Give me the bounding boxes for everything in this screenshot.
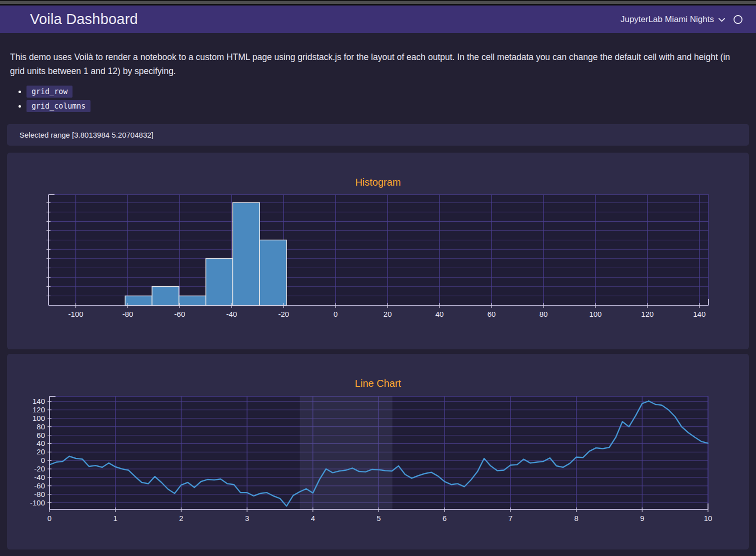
- svg-text:10: 10: [704, 514, 712, 522]
- theme-selector-label: JupyterLab Miami Nights: [620, 15, 714, 25]
- svg-text:-20: -20: [278, 310, 289, 318]
- svg-text:-100: -100: [30, 498, 45, 507]
- svg-text:7: 7: [508, 514, 512, 522]
- svg-text:-100: -100: [68, 310, 84, 318]
- histogram-figure[interactable]: -100-80-60-40-20020406080100120140: [7, 153, 749, 349]
- svg-text:-20: -20: [34, 464, 45, 473]
- svg-text:120: 120: [641, 310, 654, 318]
- svg-text:80: 80: [540, 310, 548, 318]
- svg-text:140: 140: [693, 310, 706, 318]
- histogram-bar[interactable]: [152, 287, 179, 305]
- histogram-bar[interactable]: [125, 296, 152, 305]
- selected-range-text: Selected range [3.8013984 5.20704832]: [20, 131, 154, 139]
- svg-text:1: 1: [114, 514, 118, 522]
- metadata-list: grid_row grid_columns: [26, 86, 749, 112]
- svg-text:-80: -80: [34, 490, 45, 498]
- linechart-panel: Line Chart 012345678910-100-80-60-40-200…: [7, 354, 749, 549]
- histogram-bar[interactable]: [232, 203, 260, 305]
- svg-text:20: 20: [36, 447, 45, 456]
- svg-text:80: 80: [36, 422, 45, 431]
- svg-text:0: 0: [334, 310, 338, 318]
- svg-text:-40: -40: [226, 310, 238, 318]
- svg-text:2: 2: [179, 514, 183, 522]
- svg-text:40: 40: [436, 310, 444, 318]
- header: Voila Dashboard JupyterLab Miami Nights: [0, 6, 756, 33]
- code-chip-grid-row: grid_row: [26, 86, 72, 98]
- chevron-down-icon: [718, 18, 725, 22]
- svg-text:4: 4: [311, 514, 315, 522]
- svg-text:100: 100: [589, 310, 602, 318]
- svg-text:120: 120: [32, 405, 45, 414]
- code-chip-grid-columns: grid_columns: [26, 100, 90, 112]
- theme-selector[interactable]: JupyterLab Miami Nights: [620, 15, 725, 25]
- linechart-figure[interactable]: 012345678910-100-80-60-40-20020406080100…: [7, 354, 749, 549]
- histogram-panel: Histogram -100-80-60-40-2002040608010012…: [7, 153, 749, 349]
- svg-text:60: 60: [36, 431, 45, 439]
- svg-text:8: 8: [574, 514, 578, 522]
- kernel-status-icon: [733, 15, 743, 25]
- histogram-bar[interactable]: [179, 296, 206, 305]
- selected-range-panel: Selected range [3.8013984 5.20704832]: [7, 124, 749, 146]
- svg-text:-40: -40: [34, 473, 45, 481]
- svg-text:0: 0: [48, 514, 52, 522]
- svg-text:0: 0: [41, 456, 45, 464]
- svg-text:-80: -80: [122, 310, 134, 318]
- svg-text:9: 9: [640, 514, 644, 522]
- svg-text:3: 3: [245, 514, 249, 522]
- histogram-bar[interactable]: [206, 259, 233, 305]
- dashboard-main: This demo uses Voilà to render a noteboo…: [0, 50, 756, 549]
- svg-text:6: 6: [442, 514, 446, 522]
- svg-text:40: 40: [36, 439, 45, 447]
- intro-text: This demo uses Voilà to render a noteboo…: [10, 50, 744, 78]
- svg-text:100: 100: [32, 414, 45, 422]
- svg-text:60: 60: [488, 310, 496, 318]
- list-item: grid_row: [26, 86, 749, 97]
- svg-text:-60: -60: [34, 481, 45, 490]
- list-item: grid_columns: [26, 101, 749, 112]
- browser-chrome-strip: [0, 0, 756, 6]
- page-title: Voila Dashboard: [30, 11, 138, 28]
- svg-text:20: 20: [384, 310, 392, 318]
- svg-text:5: 5: [376, 514, 380, 522]
- svg-text:-60: -60: [174, 310, 186, 318]
- svg-text:140: 140: [32, 397, 45, 405]
- histogram-bar[interactable]: [260, 240, 286, 305]
